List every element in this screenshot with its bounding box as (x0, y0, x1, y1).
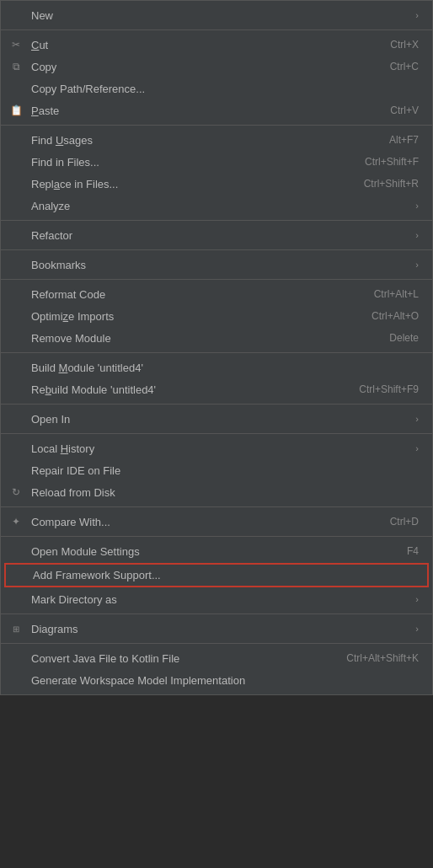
arrow-icon-analyze: › (415, 201, 419, 211)
menu-item-open-module-settings-shortcut: F4 (407, 545, 419, 557)
menu-item-optimize-imports-label: Optimize Imports (31, 310, 338, 323)
separator-12 (1, 643, 432, 644)
menu-item-reformat-code[interactable]: Reformat Code Ctrl+Alt+L (1, 283, 432, 305)
compare-icon: ✦ (9, 515, 23, 528)
arrow-icon-mark-directory-as: › (415, 594, 419, 604)
menu-item-mark-directory-as[interactable]: Mark Directory as › (1, 588, 432, 610)
menu-item-optimize-imports[interactable]: Optimize Imports Ctrl+Alt+O (1, 305, 432, 327)
separator-7 (1, 404, 432, 405)
menu-item-repair-ide-label: Repair IDE on File (31, 464, 419, 477)
menu-item-add-framework-support[interactable]: Add Framework Support... (4, 563, 429, 587)
menu-item-rebuild-module[interactable]: Rebuild Module 'untitled4' Ctrl+Shift+F9 (1, 378, 432, 400)
arrow-icon-new: › (415, 10, 419, 20)
menu-item-remove-module-shortcut: Delete (389, 332, 419, 344)
menu-item-reload-from-disk[interactable]: ↻ Reload from Disk (1, 481, 432, 503)
separator-1 (1, 29, 432, 30)
menu-item-find-usages-label: Find Usages (31, 134, 355, 147)
menu-item-reformat-code-label: Reformat Code (31, 288, 340, 301)
menu-item-open-in-label: Open In (31, 413, 409, 426)
menu-item-diagrams[interactable]: ⊞ Diagrams › (1, 618, 432, 640)
separator-9 (1, 506, 432, 507)
menu-item-new[interactable]: New › (1, 4, 432, 26)
separator-4 (1, 249, 432, 250)
arrow-icon-bookmarks: › (415, 260, 419, 270)
menu-item-local-history[interactable]: Local History › (1, 437, 432, 459)
menu-item-paste-label: Paste (31, 104, 356, 117)
menu-item-generate-workspace-model-label: Generate Workspace Model Implementation (31, 674, 419, 687)
menu-item-analyze[interactable]: Analyze › (1, 195, 432, 217)
arrow-icon-diagrams: › (415, 624, 419, 634)
menu-item-open-module-settings-label: Open Module Settings (31, 545, 373, 558)
menu-item-open-in[interactable]: Open In › (1, 408, 432, 430)
diagrams-icon: ⊞ (9, 622, 23, 635)
menu-item-find-usages-shortcut: Alt+F7 (389, 134, 419, 146)
menu-item-refactor-label: Refactor (31, 229, 409, 242)
separator-3 (1, 220, 432, 221)
menu-item-compare-with-shortcut: Ctrl+D (390, 516, 419, 528)
menu-item-compare-with[interactable]: ✦ Compare With... Ctrl+D (1, 511, 432, 533)
menu-item-cut[interactable]: ✂ Cut Ctrl+X (1, 34, 432, 56)
menu-item-copy-shortcut: Ctrl+C (390, 61, 419, 72)
menu-item-reload-from-disk-label: Reload from Disk (31, 486, 419, 499)
menu-item-bookmarks[interactable]: Bookmarks › (1, 254, 432, 276)
menu-item-convert-java-to-kotlin[interactable]: Convert Java File to Kotlin File Ctrl+Al… (1, 647, 432, 669)
menu-item-replace-in-files[interactable]: Replace in Files... Ctrl+Shift+R (1, 173, 432, 195)
menu-item-repair-ide[interactable]: Repair IDE on File (1, 459, 432, 481)
menu-item-build-module[interactable]: Build Module 'untitled4' (1, 356, 432, 378)
menu-item-paste-shortcut: Ctrl+V (390, 104, 419, 116)
menu-item-mark-directory-as-label: Mark Directory as (31, 593, 409, 606)
menu-item-rebuild-module-label: Rebuild Module 'untitled4' (31, 383, 325, 396)
menu-item-find-usages[interactable]: Find Usages Alt+F7 (1, 129, 432, 151)
paste-icon: 📋 (9, 104, 23, 117)
menu-item-cut-label: Cut (31, 39, 356, 51)
context-menu: New › ✂ Cut Ctrl+X ⧉ Copy Ctrl+C Copy Pa… (0, 0, 433, 695)
menu-item-local-history-label: Local History (31, 442, 409, 455)
separator-11 (1, 613, 432, 614)
menu-item-new-label: New (31, 9, 409, 22)
menu-item-remove-module-label: Remove Module (31, 332, 355, 345)
menu-item-copy-label: Copy (31, 61, 356, 73)
menu-item-optimize-imports-shortcut: Ctrl+Alt+O (372, 310, 419, 322)
menu-item-find-in-files-shortcut: Ctrl+Shift+F (365, 156, 419, 168)
copy-icon: ⧉ (9, 60, 23, 73)
menu-item-refactor[interactable]: Refactor › (1, 224, 432, 246)
menu-item-copy[interactable]: ⧉ Copy Ctrl+C (1, 56, 432, 78)
arrow-icon-refactor: › (415, 230, 419, 240)
separator-10 (1, 536, 432, 537)
menu-item-convert-java-to-kotlin-shortcut: Ctrl+Alt+Shift+K (346, 652, 419, 664)
menu-item-replace-in-files-label: Replace in Files... (31, 178, 330, 190)
menu-item-find-in-files-label: Find in Files... (31, 156, 331, 169)
menu-item-build-module-label: Build Module 'untitled4' (31, 362, 419, 374)
scissors-icon: ✂ (9, 38, 23, 51)
menu-item-find-in-files[interactable]: Find in Files... Ctrl+Shift+F (1, 151, 432, 173)
menu-item-add-framework-support-label: Add Framework Support... (33, 569, 417, 581)
separator-2 (1, 125, 432, 126)
menu-item-rebuild-module-shortcut: Ctrl+Shift+F9 (359, 383, 419, 395)
menu-item-copy-path-label: Copy Path/Reference... (31, 83, 419, 95)
menu-item-paste[interactable]: 📋 Paste Ctrl+V (1, 99, 432, 121)
menu-item-generate-workspace-model[interactable]: Generate Workspace Model Implementation (1, 669, 432, 691)
menu-item-diagrams-label: Diagrams (31, 623, 409, 635)
separator-6 (1, 352, 432, 353)
menu-item-compare-with-label: Compare With... (31, 516, 356, 528)
arrow-icon-local-history: › (415, 443, 419, 453)
menu-item-remove-module[interactable]: Remove Module Delete (1, 327, 432, 349)
menu-item-copy-path[interactable]: Copy Path/Reference... (1, 78, 432, 99)
menu-item-analyze-label: Analyze (31, 200, 409, 212)
menu-item-open-module-settings[interactable]: Open Module Settings F4 (1, 540, 432, 562)
separator-8 (1, 433, 432, 434)
menu-item-reformat-code-shortcut: Ctrl+Alt+L (374, 288, 419, 300)
separator-5 (1, 279, 432, 280)
menu-item-convert-java-to-kotlin-label: Convert Java File to Kotlin File (31, 652, 313, 665)
arrow-icon-open-in: › (415, 414, 419, 424)
menu-item-bookmarks-label: Bookmarks (31, 259, 409, 271)
menu-item-replace-in-files-shortcut: Ctrl+Shift+R (364, 178, 419, 190)
reload-icon: ↻ (9, 485, 23, 499)
menu-item-cut-shortcut: Ctrl+X (390, 39, 419, 51)
